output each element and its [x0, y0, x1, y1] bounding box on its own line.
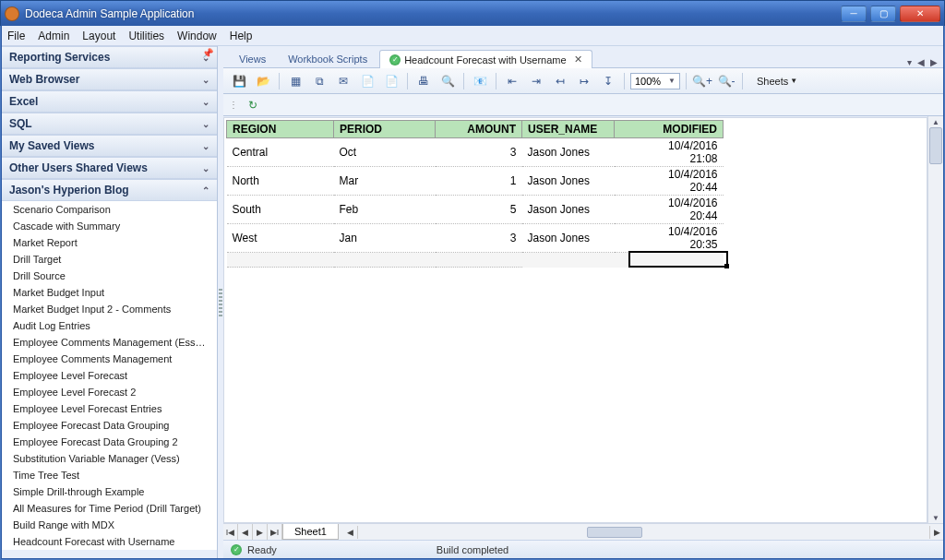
sidebar-item[interactable]: Time Tree Test — [2, 467, 217, 483]
maximize-button[interactable]: ▢ — [870, 6, 896, 22]
sidebar-item[interactable]: Employee Forecast Data Grouping — [2, 417, 217, 434]
col-amount[interactable]: AMOUNT — [436, 121, 522, 138]
copy-icon[interactable]: ⧉ — [309, 71, 329, 91]
tab-headcount-forecast[interactable]: ✓ Headcount Forecast with Username ✕ — [379, 50, 592, 68]
horizontal-scrollbar[interactable]: ◀ ▶ — [344, 524, 943, 540]
sidebar-section-sql[interactable]: SQL⌄ — [2, 113, 217, 135]
pin-icon[interactable]: ▾ — [907, 57, 912, 67]
pin-icon[interactable]: 📌 — [202, 48, 213, 58]
pdf2-icon[interactable]: 📄 — [381, 71, 401, 91]
sidebar-item[interactable]: Scenario Comparison — [2, 201, 217, 218]
scroll-thumb[interactable] — [929, 127, 942, 164]
menu-window[interactable]: Window — [177, 30, 217, 42]
sidebar-item[interactable]: Employee Level Forecast — [2, 367, 217, 384]
sidebar-section-othershared[interactable]: Other Users Shared Views⌄ — [2, 157, 217, 179]
left-icon[interactable]: ↤ — [550, 71, 570, 91]
cell-region[interactable]: Central — [227, 138, 334, 167]
tab-next-icon[interactable]: ▶ — [930, 57, 938, 67]
sidebar-item[interactable]: Employee Level Forecast Entries — [2, 400, 217, 417]
cell-modified[interactable]: 10/4/2016 20:35 — [615, 224, 724, 253]
menu-admin[interactable]: Admin — [38, 30, 69, 42]
save-icon[interactable]: 💾 — [229, 71, 249, 91]
col-region[interactable]: REGION — [227, 121, 334, 138]
cell-amount[interactable]: 5 — [436, 196, 522, 224]
table-row[interactable]: SouthFeb5Jason Jones10/4/2016 20:44 — [227, 196, 724, 224]
send-icon[interactable]: ✉ — [333, 71, 353, 91]
sidebar-item[interactable]: Drill Target — [2, 251, 217, 268]
sidebar-item[interactable]: Employee Comments Management — [2, 351, 217, 367]
sidebar-item[interactable]: Simple Drill-through Example — [2, 483, 217, 500]
zoom-in-icon[interactable]: 🔍+ — [692, 71, 712, 91]
sheet-area[interactable]: REGION PERIOD AMOUNT USER_NAME MODIFIED … — [223, 117, 927, 523]
zoom-out-icon[interactable]: 🔍- — [716, 71, 736, 91]
refresh-icon[interactable]: ↻ — [244, 96, 262, 114]
sidebar-item[interactable]: Market Budget Input 2 - Comments — [2, 301, 217, 317]
sidebar-item[interactable]: Build Range with MDX — [2, 517, 217, 533]
print-icon[interactable]: 🖶 — [413, 71, 434, 91]
cell-modified[interactable]: 10/4/2016 21:08 — [615, 138, 724, 167]
vertical-scrollbar[interactable]: ▲ ▼ — [927, 116, 943, 523]
menu-file[interactable]: File — [7, 30, 25, 42]
sidebar-item[interactable]: Employee Forecast Data Grouping 2 — [2, 434, 217, 450]
menu-layout[interactable]: Layout — [82, 30, 115, 42]
cell-user[interactable]: Jason Jones — [522, 224, 615, 253]
sheet-next-icon[interactable]: ▶ — [253, 524, 268, 540]
sidebar-item[interactable]: Drill Source — [2, 268, 217, 284]
tab-workbook-scripts[interactable]: Workbook Scripts — [278, 50, 377, 67]
sidebar-section-webbrowser[interactable]: Web Browser⌄ — [2, 68, 217, 90]
right-icon[interactable]: ↦ — [574, 71, 594, 91]
down-icon[interactable]: ↧ — [598, 71, 618, 91]
cell-region[interactable]: South — [227, 196, 334, 224]
cell-period[interactable]: Feb — [334, 196, 436, 224]
tab-close-icon[interactable]: ✕ — [574, 54, 582, 66]
sidebar-item[interactable]: Employee Level Forecast 2 — [2, 384, 217, 400]
minimize-button[interactable]: ─ — [841, 6, 867, 22]
cell-region[interactable]: West — [227, 224, 334, 253]
sidebar-section-mysaved[interactable]: My Saved Views⌄ — [2, 135, 217, 157]
sheet-first-icon[interactable]: I◀ — [223, 524, 238, 540]
sidebar-item[interactable]: Cascade with Summary — [2, 218, 217, 234]
table-row[interactable]: NorthMar1Jason Jones10/4/2016 20:44 — [227, 167, 724, 196]
cell-modified[interactable]: 10/4/2016 20:44 — [615, 167, 724, 196]
cell-amount[interactable]: 1 — [436, 167, 522, 196]
tab-views[interactable]: Views — [229, 50, 276, 67]
zoom-combo[interactable]: 100%▼ — [630, 73, 680, 89]
scroll-up-icon[interactable]: ▲ — [928, 116, 943, 127]
sidebar-section-reporting[interactable]: Reporting Services⌄ — [2, 46, 217, 68]
sheet-last-icon[interactable]: ▶I — [268, 524, 282, 540]
sidebar-item[interactable]: Employee Comments Management (Essbase V.… — [2, 334, 217, 351]
sheet-tab-sheet1[interactable]: Sheet1 — [282, 524, 339, 540]
menu-help[interactable]: Help — [230, 30, 253, 42]
close-button[interactable]: ✕ — [900, 6, 940, 22]
sidebar-item[interactable]: Substitution Variable Manager (Vess) — [2, 450, 217, 467]
cell-user[interactable]: Jason Jones — [522, 138, 615, 167]
indent-icon[interactable]: ⇥ — [526, 71, 546, 91]
hscroll-left-icon[interactable]: ◀ — [344, 528, 357, 537]
cell-amount[interactable]: 3 — [436, 224, 522, 253]
sidebar-section-excel[interactable]: Excel⌄ — [2, 90, 217, 113]
table-row[interactable]: WestJan3Jason Jones10/4/2016 20:35 — [227, 224, 724, 253]
sheets-button[interactable]: Sheets▼ — [748, 72, 806, 90]
menu-utilities[interactable]: Utilities — [128, 30, 164, 42]
col-modified[interactable]: MODIFIED — [615, 121, 724, 138]
cell-period[interactable]: Oct — [334, 138, 436, 167]
cell-period[interactable]: Mar — [334, 167, 436, 196]
col-period[interactable]: PERIOD — [334, 121, 436, 138]
scroll-down-icon[interactable]: ▼ — [928, 512, 943, 523]
mail-icon[interactable]: 📧 — [470, 71, 490, 91]
tab-prev-icon[interactable]: ◀ — [917, 57, 925, 67]
preview-icon[interactable]: 🔍 — [437, 71, 458, 91]
cell-user[interactable]: Jason Jones — [522, 167, 615, 196]
selection-cursor[interactable] — [628, 251, 728, 268]
cell-user[interactable]: Jason Jones — [522, 196, 615, 224]
table-row[interactable]: CentralOct3Jason Jones10/4/2016 21:08 — [227, 138, 724, 167]
sidebar-item[interactable]: Market Report — [2, 234, 217, 251]
sidebar-item[interactable]: Audit Log Entries — [2, 317, 217, 334]
pdf-icon[interactable]: 📄 — [357, 71, 377, 91]
cell-period[interactable]: Jan — [334, 224, 436, 253]
excel-icon[interactable]: ▦ — [285, 71, 305, 91]
sheet-prev-icon[interactable]: ◀ — [238, 524, 253, 540]
sidebar-item[interactable]: Market Budget Input — [2, 284, 217, 301]
sidebar-section-jasonblog[interactable]: Jason's Hyperion Blog⌃ — [2, 179, 217, 201]
open-icon[interactable]: 📂 — [253, 71, 273, 91]
